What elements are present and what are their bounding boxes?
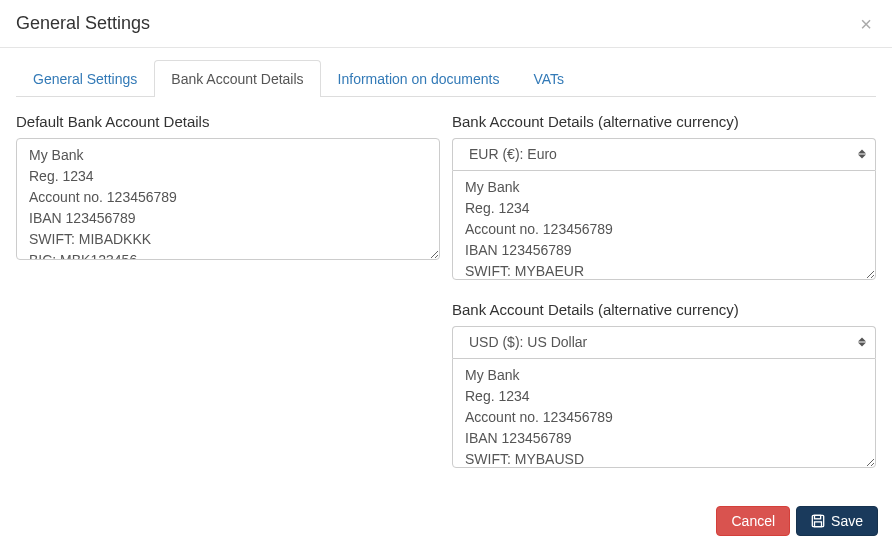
tab-bar: General Settings Bank Account Details In… [16, 60, 876, 97]
save-button-label: Save [831, 513, 863, 529]
cancel-button[interactable]: Cancel [716, 506, 790, 536]
save-icon [811, 514, 825, 528]
tab-bank-account-details[interactable]: Bank Account Details [154, 60, 320, 97]
svg-rect-2 [815, 522, 822, 527]
tab-information-on-documents[interactable]: Information on documents [321, 60, 517, 97]
modal-title: General Settings [16, 13, 150, 34]
tab-general-settings[interactable]: General Settings [16, 60, 154, 97]
alt1-bank-textarea[interactable] [452, 170, 876, 280]
alt2-label: Bank Account Details (alternative curren… [452, 301, 876, 318]
close-button[interactable]: × [856, 14, 876, 34]
alt2-currency-select[interactable]: USD ($): US Dollar [452, 326, 876, 358]
tab-vats[interactable]: VATs [516, 60, 581, 97]
default-bank-label: Default Bank Account Details [16, 113, 440, 130]
alt2-bank-textarea[interactable] [452, 358, 876, 468]
default-bank-textarea[interactable] [16, 138, 440, 260]
alt1-label: Bank Account Details (alternative curren… [452, 113, 876, 130]
svg-rect-1 [815, 515, 821, 519]
save-button[interactable]: Save [796, 506, 878, 536]
alt1-currency-select[interactable]: EUR (€): Euro [452, 138, 876, 170]
